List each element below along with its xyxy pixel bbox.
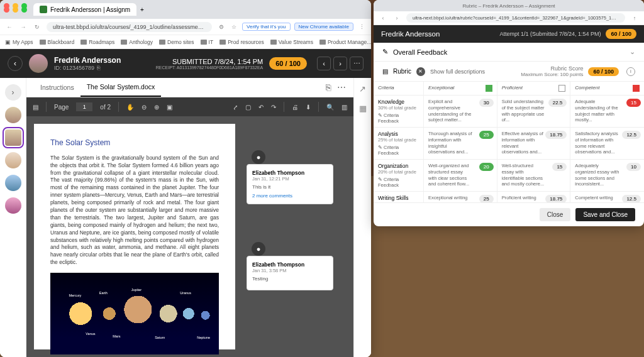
info-icon[interactable]: i [626,67,635,76]
cell-score: 30 [479,99,494,107]
save-close-button[interactable]: Save and Close [575,208,635,221]
rubric-cell[interactable]: Solid understanding of the subject matte… [497,96,571,127]
criteria-feedback-link[interactable]: ✎ Criteria Feedback [378,145,419,156]
collapse-icon[interactable] [633,85,640,92]
grid-icon[interactable]: ▦ [359,104,367,113]
back-button[interactable]: ‹ [379,14,387,23]
bookmark-item[interactable]: Product Manage... [319,39,371,45]
overall-feedback-row[interactable]: ✎ Overall Feedback ⌄ [374,43,644,62]
print-icon[interactable]: 🖨 [292,104,298,111]
browser-tab[interactable]: Fredrik Andersson | Assignm [33,3,136,16]
rubric-cell[interactable]: Proficient writing skills with good gram… [497,192,571,202]
star-icon[interactable]: ☆ [230,23,238,31]
menu-icon[interactable]: ⋮ [357,23,366,31]
prev-student-button[interactable]: ‹ [317,57,331,70]
rubric-cell[interactable]: Competent writing skills with basic gram… [570,192,644,202]
download-pdf-icon[interactable]: ⬇ [306,104,311,111]
collapse-icon[interactable] [486,85,492,92]
expand-icon[interactable]: ↗ [359,84,366,94]
rubric-cell[interactable]: Adequate understanding of the subject ma… [570,96,644,127]
site-icon [40,6,47,13]
rubric-cell[interactable]: Thorough analysis of information with in… [424,128,497,159]
bookmark-item[interactable]: Anthology [121,39,153,45]
copy-icon[interactable]: ⎘ [97,65,100,71]
new-tab-button[interactable]: + [140,6,144,13]
url-input[interactable]: ultra-test.bbpd.io/ultra/courses/_4199_1… [47,22,212,32]
rubric-icon: ▤ [382,68,388,75]
rubric-row: Organization20% of total grade✎ Criteria… [374,160,644,192]
next-student-button[interactable]: › [333,57,347,70]
comment-marker-icon[interactable]: ● [252,150,265,164]
apps-bookmark[interactable]: ▣ My Apps [5,39,33,45]
sidebar-toggle-icon[interactable]: ▤ [33,104,38,111]
cell-score: 12.5 [622,195,641,202]
thumbnails-icon[interactable]: ▥ [341,104,347,111]
bookmark-item[interactable]: Demo sites [159,39,194,45]
tab-instructions[interactable]: Instructions [34,79,80,96]
score-pill[interactable]: 60 / 100 [269,57,307,70]
forward-button[interactable]: → [19,23,28,31]
rail-avatar-5[interactable] [5,197,21,214]
fit-icon[interactable]: ▣ [167,104,172,111]
share-icon[interactable]: ↑ [630,14,639,23]
download-icon[interactable]: ⎘ [326,82,331,92]
new-chrome-chip[interactable]: New Chrome available [294,23,353,31]
search-icon[interactable]: 🔍 [326,104,334,111]
bookmark-item[interactable]: Blackboard [40,39,75,45]
chevron-down-icon[interactable]: ⌄ [630,48,635,56]
redo-icon[interactable]: ↷ [271,104,276,111]
url-input[interactable]: ultra-next.bbpd.io/ultra/rubric?courseId… [406,13,625,23]
rubric-cell[interactable]: Explicit and comprehensive understanding… [424,96,497,127]
tab-document[interactable]: The Solar System.docx [80,78,162,97]
bookmark-item[interactable]: Value Streams [270,39,313,45]
reload-button[interactable]: ↻ [33,23,42,31]
doc-paragraph: The Solar System is the gravitationally … [50,155,219,266]
toggle-descriptions[interactable]: ✕ [416,67,425,76]
extensions-icon[interactable]: ⚙ [217,23,226,31]
close-button[interactable]: Close [540,208,571,221]
zoom-out-icon[interactable]: ⊖ [142,104,147,111]
rubric-control-row: ▤ Rubric ✕ Show full descriptions Rubric… [374,62,644,82]
rubric-cell[interactable]: Satisfactory analysis of information wit… [570,128,644,159]
verify-chip[interactable]: Verify that it's you [242,23,290,31]
rail-avatar-3[interactable] [5,152,21,168]
rubric-cell[interactable]: Adequately organized essay with some sec… [570,160,644,191]
comment-card[interactable]: Elizabeth Thompson Jan 31, 3:58 PM Testi… [247,256,333,290]
collapse-icon[interactable] [558,85,565,92]
comment-marker-icon[interactable]: ● [252,242,265,256]
rail-next-button[interactable]: › [5,84,21,101]
bookmark-item[interactable]: Roadmaps [80,39,114,45]
rubric-cell[interactable]: Well-organized and structured essay with… [424,160,497,191]
rail-avatar-4[interactable] [5,175,21,191]
cell-score: 10 [626,163,641,171]
rubric-cell[interactable]: Effective analysis of information with r… [497,128,571,159]
pdf-canvas[interactable]: The Solar System The Solar System is the… [26,116,353,357]
more-menu-button[interactable]: ⋯ [350,57,364,70]
undo-icon[interactable]: ↶ [258,104,264,111]
header-competent: Competent [570,82,644,95]
criteria-feedback-link[interactable]: ✎ Criteria Feedback [378,177,419,188]
rail-avatar-1[interactable] [5,107,21,123]
rubric-score-pill[interactable]: 60 / 100 [606,29,636,39]
share-icon[interactable]: ⤤ [233,104,238,111]
rubric-cell[interactable]: Well-structured essay with identifiable … [497,160,571,191]
rubric-cell[interactable]: Exceptional writing skills with high-lev… [424,192,497,202]
page-input[interactable] [76,102,92,111]
comment-card[interactable]: Elizabeth Thompson Jan 31, 12:21 PM This… [247,164,333,204]
browser-tab-strip: Fredrik Andersson | Assignm + [0,0,371,19]
bookmark-item[interactable]: Prod resources [219,39,264,45]
forward-button[interactable]: › [392,14,401,23]
student-avatar[interactable] [29,54,48,73]
comment-tool-icon[interactable]: ▢ [245,104,251,111]
rail-avatar-2-selected[interactable] [5,129,21,146]
tab-title: Fredrik Andersson | Assignm [50,6,130,13]
bookmark-item[interactable]: IT [201,39,214,45]
back-circle-button[interactable]: ‹ [8,56,23,71]
criteria-feedback-link[interactable]: ✎ Criteria Feedback [378,113,419,124]
options-icon[interactable]: ⋯ [337,82,346,92]
comment-more-link[interactable]: 2 more comments [252,193,328,199]
back-button[interactable]: ← [5,23,14,31]
pan-icon[interactable]: ✋ [126,104,134,111]
comment-author: Elizabeth Thompson [252,170,328,176]
zoom-in-icon[interactable]: ⊕ [154,104,159,111]
